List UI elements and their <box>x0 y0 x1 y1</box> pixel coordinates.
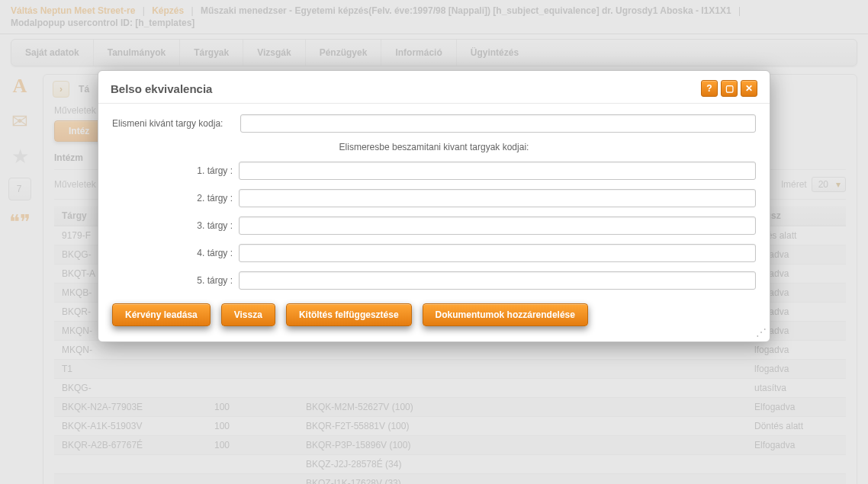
help-icon[interactable]: ? <box>701 80 718 97</box>
code-label: Elismeni kivánt targy kodja: <box>112 118 240 129</box>
code-input[interactable] <box>240 114 756 133</box>
back-button[interactable]: Vissza <box>221 303 275 326</box>
field-1-input[interactable] <box>239 162 756 180</box>
field-4-input[interactable] <box>239 244 756 262</box>
modal-subheader: Elismeresbe beszamitani kivant targyak k… <box>112 142 756 152</box>
close-icon[interactable]: ✕ <box>741 80 757 97</box>
field-4-label: 4. tárgy : <box>112 248 239 258</box>
field-3-input[interactable] <box>239 216 756 235</box>
field-5-label: 5. tárgy : <box>112 275 239 286</box>
modal-title: Belso ekvivalencia <box>111 82 698 95</box>
field-5-input[interactable] <box>239 271 756 290</box>
submit-button[interactable]: Kérvény leadása <box>112 303 211 326</box>
field-2-label: 2. tárgy : <box>112 193 239 204</box>
modal-overlay: Belso ekvivalencia ? ▢ ✕ Elismeni kivánt… <box>0 0 868 484</box>
field-3-label: 3. tárgy : <box>112 220 239 231</box>
field-2-input[interactable] <box>239 189 756 207</box>
maximize-icon[interactable]: ▢ <box>721 80 738 97</box>
suspend-button[interactable]: Kitöltés felfüggesztése <box>286 303 412 326</box>
field-1-label: 1. tárgy : <box>112 165 239 176</box>
resize-grip-icon[interactable]: ⋰ <box>756 326 765 338</box>
modal-dialog: Belso ekvivalencia ? ▢ ✕ Elismeni kivánt… <box>98 70 770 342</box>
docs-button[interactable]: Dokumentumok hozzárendelése <box>423 303 588 326</box>
